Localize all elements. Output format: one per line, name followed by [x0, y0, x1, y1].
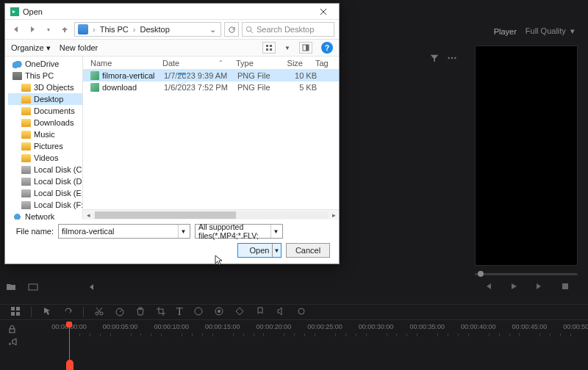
tree-item[interactable]: Local Disk (F:)	[8, 199, 82, 211]
collapse-panel-icon[interactable]	[87, 282, 97, 294]
color-tool-icon[interactable]	[193, 306, 204, 318]
nav-back-icon[interactable]	[10, 23, 23, 36]
new-folder-button[interactable]: New folder	[60, 43, 98, 52]
file-list[interactable]: filmora-vertical1/7/2023 9:39 AMPNG File…	[83, 70, 339, 209]
tree-item[interactable]: Downloads	[8, 117, 82, 128]
crop-tool-icon[interactable]	[156, 306, 166, 318]
lock-track-icon[interactable]	[7, 324, 17, 335]
tree-item[interactable]: This PC	[8, 70, 82, 81]
open-split-icon[interactable]: ▼	[272, 244, 281, 257]
filetype-drop-icon[interactable]: ▼	[270, 225, 281, 238]
view-mode-button[interactable]	[262, 42, 276, 54]
tree-item[interactable]: Videos	[8, 152, 82, 164]
filename-drop-icon[interactable]: ▼	[178, 225, 188, 238]
preview-player[interactable]	[475, 46, 578, 266]
marker-tool-icon[interactable]	[255, 306, 265, 318]
tree-item[interactable]: Network	[8, 211, 82, 220]
tree-item[interactable]: Desktop	[8, 93, 82, 105]
scroll-right-icon[interactable]: ▸	[329, 211, 339, 219]
file-type: PNG File	[237, 71, 282, 80]
nav-recent-icon[interactable]: ▾	[42, 23, 55, 36]
help-button[interactable]: ?	[321, 42, 333, 54]
delete-icon[interactable]	[135, 306, 146, 318]
close-button[interactable]	[312, 4, 334, 19]
search-input[interactable]: Search Desktop	[242, 22, 334, 37]
play-icon[interactable]	[509, 282, 518, 292]
tree-item[interactable]: Local Disk (D:)	[8, 175, 82, 187]
dialog-toolbar: Organize ▾ New folder ▼ ?	[5, 39, 339, 57]
next-frame-icon[interactable]	[535, 282, 544, 292]
ruler-tick: 00:00:35:00	[409, 323, 445, 330]
breadcrumb-location[interactable]: Desktop	[138, 25, 171, 34]
breadcrumb-drop-icon[interactable]: ⌄	[208, 25, 218, 35]
tree-item[interactable]: 3D Objects	[8, 81, 82, 93]
tree-item[interactable]: Local Disk (C:)	[8, 164, 82, 175]
folder-icon	[21, 131, 31, 139]
redo-icon[interactable]	[62, 306, 73, 318]
record-tool-icon[interactable]	[296, 306, 306, 318]
column-tags[interactable]: Tag	[308, 59, 339, 68]
playhead[interactable]	[69, 322, 70, 366]
file-list-pane: Name Date⌃ Type Size Tag filmora-vertica…	[83, 57, 339, 220]
dialog-navbar: ▾ › This PC › Desktop ⌄ Search Desktop	[5, 20, 339, 39]
column-size[interactable]: Size	[273, 59, 308, 68]
playhead-handle[interactable]	[66, 360, 74, 370]
more-icon[interactable]	[447, 53, 457, 65]
cancel-button[interactable]: Cancel	[286, 243, 330, 258]
import-icon[interactable]	[28, 282, 38, 294]
tree-item[interactable]: OneDrive	[8, 58, 82, 70]
column-name[interactable]: Name	[83, 59, 155, 68]
prev-frame-icon[interactable]	[484, 282, 492, 292]
cut-tool-icon[interactable]	[94, 306, 104, 318]
dialog-titlebar[interactable]: Open	[5, 4, 339, 20]
breadcrumb-pc[interactable]: This PC	[98, 25, 130, 34]
text-tool-icon[interactable]: T	[176, 306, 183, 318]
preview-pane-button[interactable]	[299, 42, 312, 54]
track-header-tools	[7, 324, 17, 348]
column-type[interactable]: Type	[229, 59, 273, 68]
svg-point-0	[448, 57, 449, 59]
open-button[interactable]: Open▼	[237, 243, 282, 258]
organize-menu[interactable]: Organize ▾	[11, 43, 51, 53]
folder-tree[interactable]: OneDriveThis PC3D ObjectsDesktopDocument…	[5, 57, 83, 220]
tree-item-label: Desktop	[34, 95, 63, 104]
svg-rect-24	[306, 45, 309, 51]
file-icon	[90, 83, 99, 92]
timeline[interactable]: 00:00:00:0000:00:05:0000:00:10:0000:00:1…	[0, 320, 588, 370]
scroll-left-icon[interactable]: ◂	[83, 211, 93, 219]
speed-tool-icon[interactable]	[115, 306, 125, 318]
mute-track-icon[interactable]	[7, 337, 17, 348]
filetype-dropdown[interactable]: All supported files(*.MP4;*.FLV;▼	[195, 224, 283, 239]
file-row[interactable]: download1/6/2023 7:52 PMPNG File5 KB	[83, 81, 339, 93]
file-list-header[interactable]: Name Date⌃ Type Size Tag	[83, 57, 339, 70]
tree-item[interactable]: Local Disk (E:)	[8, 187, 82, 199]
tree-item[interactable]: Documents	[8, 105, 82, 117]
ruler-tick: 00:00:30:00	[359, 323, 394, 330]
new-folder-icon[interactable]	[6, 282, 16, 294]
quality-dropdown[interactable]: Full Quality ▾	[526, 26, 575, 36]
horizontal-scrollbar[interactable]: ◂ ▸	[83, 209, 339, 220]
pointer-tool-icon[interactable]	[42, 306, 52, 318]
grid-icon[interactable]	[10, 306, 21, 318]
timeline-ruler[interactable]: 00:00:00:0000:00:05:0000:00:10:0000:00:1…	[69, 323, 581, 338]
adjust-tool-icon[interactable]	[214, 306, 224, 318]
nav-up-icon[interactable]	[58, 23, 71, 36]
filename-input[interactable]: filmora-vertical▼	[58, 224, 190, 239]
file-row[interactable]: filmora-vertical1/7/2023 9:39 AMPNG File…	[83, 70, 339, 81]
nav-forward-icon[interactable]	[26, 23, 39, 36]
tree-item[interactable]: Pictures	[8, 140, 82, 152]
tree-item-label: Local Disk (F:)	[34, 200, 83, 209]
preview-scrubber[interactable]	[475, 273, 578, 275]
disk-icon	[21, 189, 31, 197]
svg-rect-16	[10, 329, 15, 333]
keyframe-tool-icon[interactable]	[234, 306, 245, 318]
audio-tool-icon[interactable]	[276, 306, 286, 318]
tree-item[interactable]: Music	[8, 128, 82, 140]
view-mode-drop-icon[interactable]: ▼	[284, 45, 290, 51]
folder-icon	[21, 107, 31, 115]
refresh-button[interactable]	[224, 22, 239, 37]
breadcrumb-bar[interactable]: › This PC › Desktop ⌄	[74, 22, 221, 37]
filter-icon[interactable]	[429, 53, 440, 65]
column-date[interactable]: Date⌃	[155, 59, 229, 68]
stop-icon[interactable]	[561, 282, 570, 292]
